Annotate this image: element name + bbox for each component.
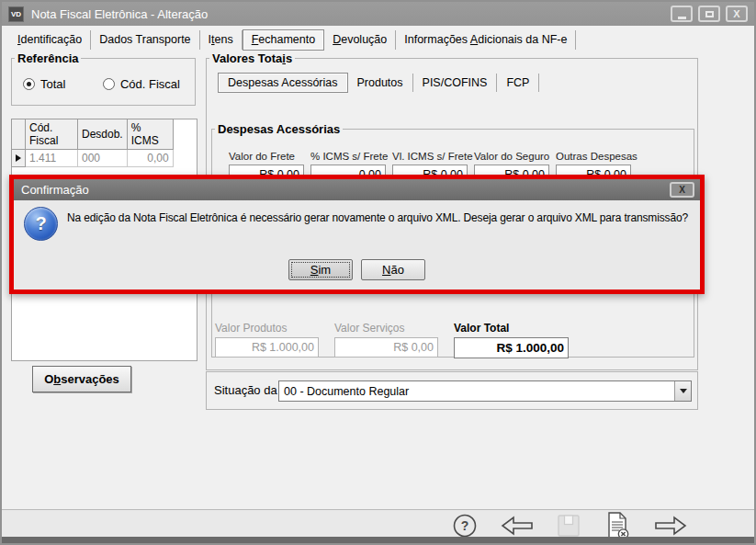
app-window: VD Nota Fiscal Eletrônica - Alteração X … [0, 0, 756, 545]
cell-cod-fiscal: 1.411 [26, 150, 78, 167]
cell-icms: 0,00 [127, 150, 173, 167]
dialog-body: ? Na edição da Nota Fiscal Eletrônica é … [14, 200, 700, 290]
field-valor-servicos: Valor Serviços [334, 322, 438, 358]
row-indicator-icon [16, 154, 21, 162]
close-icon: X [733, 9, 739, 19]
dialog-title: Confirmação [21, 183, 89, 197]
save-icon [556, 513, 581, 539]
minimize-icon [678, 17, 686, 19]
confirmation-dialog: Confirmação X ? Na edição da Nota Fiscal… [9, 175, 705, 294]
tab-informacoes-adicionais[interactable]: Informações Adicionais da NF-e [396, 30, 576, 50]
svg-text:?: ? [461, 518, 469, 533]
chevron-down-icon [680, 389, 687, 393]
icms-frete-pct-label: % ICMS s/ Frete [310, 151, 386, 162]
valor-produtos-label: Valor Produtos [215, 322, 319, 335]
valor-total-label: Valor Total [454, 322, 569, 335]
sim-button[interactable]: Sim [288, 259, 353, 280]
tab-produtos[interactable]: Produtos [348, 74, 413, 92]
referencia-legend: Referência [15, 51, 81, 65]
question-icon: ? [24, 207, 58, 241]
maximize-button[interactable] [698, 6, 720, 22]
situacao-panel: Situação da NF: 00 - Documento Regular [206, 371, 698, 410]
valor-produtos-input [215, 337, 319, 358]
tab-identificacao[interactable]: Identificação [9, 30, 91, 50]
back-arrow-icon [500, 513, 535, 539]
nao-button[interactable]: Não [361, 259, 425, 280]
fiscal-table: Cód. Fiscal Desdob. % ICMS 1.411 000 0,0… [11, 119, 174, 167]
referencia-group: Referência Total Cód. Fiscal [11, 51, 196, 106]
field-valor-produtos: Valor Produtos [215, 322, 319, 358]
col-desdob: Desdob. [78, 119, 128, 150]
tab-dados-transporte[interactable]: Dados Transporte [91, 30, 199, 50]
window-title: Nota Fiscal Eletrônica - Alteração [31, 7, 208, 21]
back-button[interactable] [500, 513, 535, 539]
window-bottom-edge [2, 537, 754, 543]
dialog-title-bar: Confirmação X [14, 179, 700, 200]
close-button[interactable]: X [726, 6, 748, 22]
cancel-document-icon [603, 511, 632, 540]
outras-despesas-label: Outras Despesas [556, 151, 631, 162]
combo-dropdown-button[interactable] [674, 381, 691, 401]
close-icon: X [679, 185, 685, 195]
tab-pis-cofins[interactable]: PIS/COFINS [413, 74, 498, 92]
radio-total[interactable]: Total [23, 77, 65, 91]
fiscal-table-header: Cód. Fiscal Desdob. % ICMS [12, 119, 174, 150]
radio-unchecked-icon [103, 78, 115, 90]
radio-checked-icon [23, 78, 35, 90]
tab-fechamento[interactable]: Fechamento [243, 29, 325, 51]
title-bar: VD Nota Fiscal Eletrônica - Alteração X [2, 2, 754, 26]
radio-total-label: Total [40, 77, 65, 91]
radio-cod-fiscal[interactable]: Cód. Fiscal [103, 77, 186, 91]
save-button [556, 513, 581, 539]
valor-servicos-input [334, 337, 438, 358]
dialog-message: Na edição da Nota Fiscal Eletrônica é ne… [67, 211, 694, 224]
minimize-button[interactable] [671, 6, 693, 22]
tab-devolucao[interactable]: Devolução [324, 30, 396, 50]
forward-button[interactable] [653, 513, 688, 539]
valor-total-input[interactable] [454, 337, 569, 358]
forward-arrow-icon [653, 513, 688, 539]
col-icms: % ICMS [127, 119, 173, 150]
valor-seguro-label: Valor do Seguro [474, 151, 549, 162]
tab-itens[interactable]: Itens [200, 30, 243, 50]
valores-tab-bar: Despesas Acessórias Produtos PIS/COFINS … [218, 72, 697, 93]
maximize-icon [705, 11, 714, 17]
bottom-toolbar: ? [2, 509, 754, 540]
valor-servicos-label: Valor Serviços [334, 322, 438, 335]
dialog-close-button[interactable]: X [670, 182, 694, 198]
field-valor-total: Valor Total [454, 322, 569, 358]
help-icon: ? [451, 512, 479, 539]
valor-frete-label: Valor do Frete [229, 151, 304, 162]
despesas-acessorias-legend: Despesas Acessórias [215, 122, 343, 136]
cancel-document-button[interactable] [603, 511, 632, 540]
app-logo-icon: VD [8, 6, 24, 22]
observacoes-button[interactable]: Observações [32, 366, 131, 392]
cell-desdob: 000 [78, 150, 128, 167]
situacao-value: 00 - Documento Regular [279, 385, 674, 398]
tab-despesas-acessorias[interactable]: Despesas Acessórias [218, 73, 348, 93]
col-cod-fiscal: Cód. Fiscal [26, 119, 78, 150]
table-row[interactable]: 1.411 000 0,00 [12, 150, 174, 167]
window-controls: X [671, 6, 748, 22]
valores-totais-legend: Valores Totais [209, 51, 295, 65]
situacao-combobox[interactable]: 00 - Documento Regular [278, 380, 692, 402]
help-button[interactable]: ? [451, 512, 479, 539]
question-glyph: ? [35, 213, 46, 234]
tab-fcp[interactable]: FCP [497, 74, 539, 92]
radio-cod-fiscal-label: Cód. Fiscal [120, 77, 180, 91]
main-tab-bar: Identificação Dados Transporte Itens Fec… [9, 29, 576, 50]
vl-icms-frete-label: Vl. ICMS s/ Frete [392, 151, 468, 162]
